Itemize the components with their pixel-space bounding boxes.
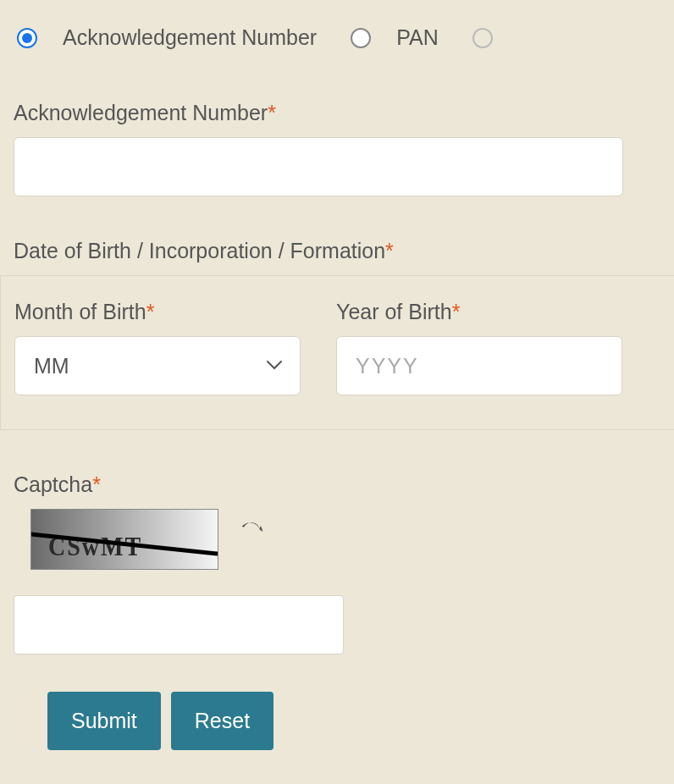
radio-ack-label: Acknowledgement Number: [63, 25, 317, 50]
captcha-label-text: Captcha: [14, 472, 92, 496]
dob-section-label-text: Date of Birth / Incorporation / Formatio…: [14, 239, 385, 262]
captcha-row: CSwMT: [30, 509, 660, 570]
required-mark: *: [452, 300, 461, 323]
captcha-section: Captcha* CSwMT: [14, 472, 660, 654]
required-mark: *: [92, 472, 101, 496]
ack-number-section: Acknowledgement Number*: [14, 101, 660, 196]
dob-box: Month of Birth* MM Year of Birth*: [0, 275, 674, 430]
month-col: Month of Birth* MM: [14, 300, 301, 395]
refresh-icon[interactable]: [239, 518, 264, 560]
year-input[interactable]: [336, 336, 622, 395]
submit-button[interactable]: Submit: [47, 692, 161, 750]
ack-number-label-text: Acknowledgement Number: [14, 101, 268, 124]
radio-ack[interactable]: [17, 28, 37, 48]
required-mark: *: [146, 300, 155, 323]
radio-item-pan[interactable]: PAN: [351, 25, 439, 50]
captcha-input[interactable]: [14, 595, 344, 654]
month-label: Month of Birth*: [14, 300, 301, 324]
radio-item-ack[interactable]: Acknowledgement Number: [17, 25, 317, 50]
dob-section-label: Date of Birth / Incorporation / Formatio…: [14, 239, 660, 263]
radio-pan[interactable]: [351, 28, 371, 48]
month-select-wrap: MM: [14, 336, 301, 395]
ack-number-input[interactable]: [14, 137, 623, 196]
year-label: Year of Birth*: [336, 300, 622, 324]
reset-button[interactable]: Reset: [171, 692, 273, 750]
radio-item-blank[interactable]: [472, 28, 493, 48]
required-mark: *: [268, 101, 276, 124]
month-select[interactable]: MM: [14, 336, 301, 395]
radio-blank[interactable]: [472, 28, 493, 48]
search-type-radio-group: Acknowledgement Number PAN: [14, 25, 660, 50]
ack-number-label: Acknowledgement Number*: [14, 101, 660, 125]
month-label-text: Month of Birth: [14, 300, 146, 323]
button-row: Submit Reset: [14, 692, 660, 750]
captcha-image: CSwMT: [30, 509, 218, 570]
captcha-label: Captcha*: [14, 472, 660, 497]
required-mark: *: [385, 239, 394, 262]
year-col: Year of Birth*: [336, 300, 622, 395]
year-label-text: Year of Birth: [336, 300, 452, 323]
radio-pan-label: PAN: [396, 25, 439, 50]
